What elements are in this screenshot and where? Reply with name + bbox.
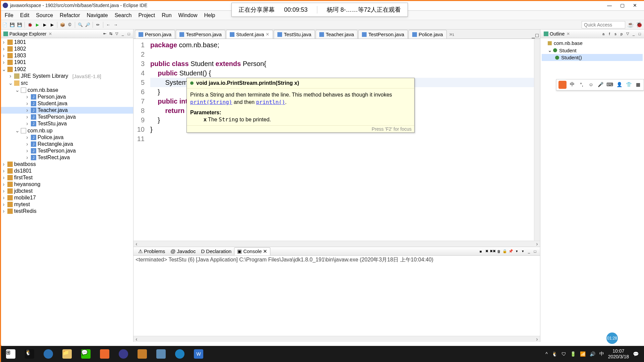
- new-class-icon[interactable]: ©: [66, 21, 73, 28]
- editor-tab[interactable]: TestPerson.java: [358, 30, 408, 39]
- save-all-icon[interactable]: 💾: [16, 21, 23, 28]
- taskbar-explorer[interactable]: 📁: [58, 347, 76, 361]
- tray-security-icon[interactable]: 🛡: [561, 351, 566, 357]
- menu-edit[interactable]: Edit: [17, 11, 33, 20]
- editor-tab[interactable]: TestPerson.java: [176, 30, 225, 39]
- tray-volume-icon[interactable]: 🔊: [590, 351, 595, 357]
- coverage-icon[interactable]: ▶: [41, 21, 48, 28]
- editor-tab-active[interactable]: Student.java✕: [226, 30, 273, 39]
- menu-project[interactable]: Project: [135, 11, 158, 20]
- close-icon[interactable]: ✕: [266, 32, 269, 37]
- editor-tab[interactable]: Teacher.java: [316, 30, 358, 39]
- pin-console-icon[interactable]: 📌: [508, 248, 514, 254]
- close-icon[interactable]: ✕: [49, 32, 52, 36]
- taskbar-app4[interactable]: [170, 347, 189, 361]
- javadoc-link-print[interactable]: print(String): [190, 99, 232, 105]
- recording-timer-bubble[interactable]: 01:28: [606, 333, 618, 344]
- maximize-view-icon[interactable]: □: [126, 31, 132, 37]
- debug-icon[interactable]: 🐞: [26, 21, 33, 28]
- package-explorer-tree[interactable]: ›1801 ›1802 ›1803 ›1901 ⌄1902 ›JRE Syste…: [0, 38, 133, 342]
- ext-tools-icon[interactable]: ▶: [49, 21, 55, 28]
- maximize-button[interactable]: ▢: [616, 1, 629, 10]
- perspective-java-icon[interactable]: ☕: [627, 21, 634, 28]
- menu-refactor[interactable]: Refactor: [56, 11, 83, 20]
- taskbar-clock[interactable]: 10:07 2020/3/18: [608, 348, 629, 360]
- new-icon[interactable]: 📄: [1, 21, 8, 28]
- editor-tab[interactable]: TestStu.java: [274, 30, 315, 39]
- back-icon[interactable]: ←: [105, 21, 112, 28]
- tab-javadoc[interactable]: @Javadoc: [168, 248, 198, 255]
- taskbar-wechat[interactable]: 💬: [76, 347, 95, 361]
- taskbar-eclipse[interactable]: [114, 347, 133, 361]
- tray-battery-icon[interactable]: 🔋: [570, 351, 576, 357]
- view-menu-icon[interactable]: ▽: [114, 31, 120, 37]
- save-icon[interactable]: 💾: [9, 21, 15, 28]
- scroll-left-icon[interactable]: ‹: [133, 241, 140, 247]
- display-select-icon[interactable]: ▾: [514, 248, 520, 254]
- start-button[interactable]: ⊞: [1, 347, 20, 361]
- remove-launch-icon[interactable]: ✖: [484, 248, 490, 254]
- ime-login-icon[interactable]: 👤: [615, 81, 623, 88]
- open-type-icon[interactable]: 🔍: [77, 21, 84, 28]
- taskbar-sublime[interactable]: [95, 347, 114, 361]
- search-icon[interactable]: 🔎: [84, 21, 91, 28]
- clear-console-icon[interactable]: 🗑: [496, 248, 502, 254]
- tray-app-icon[interactable]: 🐧: [552, 351, 557, 357]
- ime-toolbox-icon[interactable]: ▦: [634, 81, 642, 88]
- remove-all-icon[interactable]: ✖✖: [490, 248, 496, 254]
- javadoc-link-println[interactable]: println(): [256, 99, 285, 105]
- scroll-right-icon[interactable]: ›: [534, 241, 540, 247]
- maximize-view-icon[interactable]: □: [637, 31, 643, 37]
- tab-console[interactable]: ▣Console✕: [234, 247, 270, 255]
- ime-toolbar[interactable]: 中 °, ☺ 🎤 ⌨ 👤 👕 ▦: [556, 79, 644, 90]
- menu-navigate[interactable]: Navigate: [84, 11, 111, 20]
- editor-body[interactable]: 1234567891011 package com.nb.base; publi…: [133, 39, 540, 241]
- terminate-icon[interactable]: ■: [478, 248, 484, 254]
- ime-lang[interactable]: 中: [569, 81, 576, 88]
- forward-icon[interactable]: →: [112, 21, 119, 28]
- console-horizontal-scrollbar[interactable]: ‹›: [133, 336, 540, 342]
- ime-punct-icon[interactable]: °,: [578, 81, 585, 88]
- menu-file[interactable]: File: [1, 11, 17, 20]
- run-icon[interactable]: ▶: [34, 21, 41, 28]
- minimize-button[interactable]: —: [603, 1, 616, 10]
- taskbar-wps[interactable]: W: [189, 347, 208, 361]
- sort-icon[interactable]: a: [600, 31, 606, 37]
- perspective-debug-icon[interactable]: 🐞: [636, 21, 643, 28]
- scroll-lock-icon[interactable]: 🔒: [502, 248, 508, 254]
- link-editor-icon[interactable]: ⇆: [108, 31, 114, 37]
- code-area[interactable]: package com.nb.base; public class Studen…: [148, 39, 534, 241]
- hide-fields-icon[interactable]: f: [606, 31, 612, 37]
- tray-expand-icon[interactable]: ^: [545, 351, 548, 357]
- collapse-all-icon[interactable]: ⇤: [102, 31, 108, 37]
- sogou-icon[interactable]: [558, 81, 567, 89]
- tray-ime-lang[interactable]: 中: [599, 351, 604, 357]
- action-center-icon[interactable]: 💬: [633, 351, 639, 357]
- menu-search[interactable]: Search: [111, 11, 135, 20]
- tab-declaration[interactable]: DDeclaration: [198, 248, 234, 255]
- taskbar-browser[interactable]: [39, 347, 58, 361]
- minimize-editor-icon[interactable]: _: [532, 33, 535, 39]
- tab-overflow-icon[interactable]: »₁: [447, 29, 457, 39]
- close-icon[interactable]: ✕: [263, 248, 267, 254]
- new-package-icon[interactable]: 📦: [59, 21, 66, 28]
- editor-horizontal-scrollbar[interactable]: ‹ ›: [133, 241, 540, 247]
- ime-skin-icon[interactable]: 👕: [625, 81, 632, 88]
- menu-window[interactable]: Window: [175, 11, 201, 20]
- view-menu-icon[interactable]: ▽: [625, 31, 631, 37]
- taskbar-app2[interactable]: [133, 347, 152, 361]
- minimize-view-icon[interactable]: _: [631, 31, 637, 37]
- menu-run[interactable]: Run: [158, 11, 175, 20]
- editor-tab[interactable]: Person.java: [135, 30, 175, 39]
- menu-source[interactable]: Source: [33, 11, 56, 20]
- ime-keyboard-icon[interactable]: ⌨: [606, 81, 613, 88]
- open-console-icon[interactable]: ▾: [520, 248, 526, 254]
- hide-nonpublic-icon[interactable]: p: [619, 31, 625, 37]
- hide-static-icon[interactable]: s: [612, 31, 619, 37]
- close-button[interactable]: ✕: [629, 1, 641, 10]
- console-body[interactable]: <terminated> TestStu (6) [Java Applicati…: [133, 256, 540, 336]
- ime-emoji-icon[interactable]: ☺: [587, 81, 595, 88]
- maximize-view-icon[interactable]: □: [532, 248, 538, 254]
- ime-voice-icon[interactable]: 🎤: [597, 81, 604, 88]
- tray-wifi-icon[interactable]: 📶: [580, 351, 586, 357]
